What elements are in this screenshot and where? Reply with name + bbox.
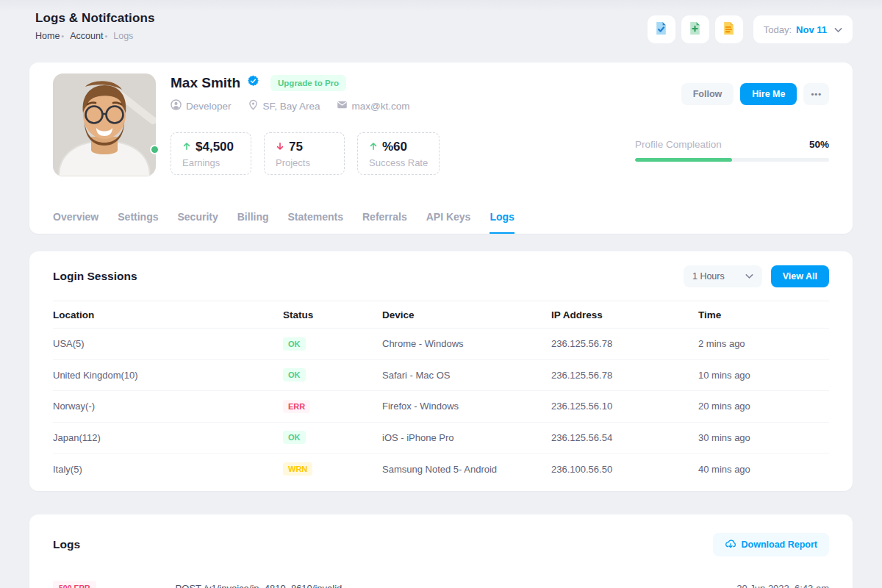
stat-label: Success Rate (369, 157, 428, 168)
avatar (53, 74, 156, 176)
file-lines-button[interactable] (715, 15, 743, 43)
tab-statements[interactable]: Statements (288, 211, 343, 234)
session-row: Norway(-)ERRFirefox - Windows236.125.56.… (53, 391, 829, 423)
file-plus-button[interactable] (681, 15, 709, 43)
file-check-button[interactable] (648, 15, 675, 43)
session-location: Norway(-) (53, 401, 283, 412)
mail-icon (337, 99, 348, 112)
session-ip: 236.125.56.10 (551, 401, 698, 412)
tab-referrals[interactable]: Referrals (362, 211, 407, 234)
file-lines-icon (721, 21, 736, 38)
tab-logs[interactable]: Logs (490, 211, 514, 234)
cloud-download-icon (725, 538, 736, 552)
status-badge: OK (283, 337, 306, 351)
session-status-cell: OK (283, 368, 382, 381)
session-ip: 236.125.56.54 (551, 432, 698, 443)
breadcrumb-item-account[interactable]: Account (70, 31, 103, 41)
profile-role: Developer (171, 99, 232, 112)
breadcrumb-item-logs[interactable]: Logs (113, 31, 133, 41)
chevron-down-icon (831, 23, 842, 36)
session-status-cell: WRN (283, 462, 382, 476)
session-row: Italy(5)WRNSamsung Noted 5- Android236.1… (53, 453, 829, 485)
session-device: Samsung Noted 5- Android (382, 464, 551, 475)
tab-security[interactable]: Security (178, 211, 218, 234)
breadcrumb-separator: • (104, 32, 107, 40)
stat-value: 75 (289, 140, 303, 154)
profile-role-label: Developer (186, 101, 232, 112)
session-status-cell: OK (283, 431, 382, 444)
session-device: iOS - iPhone Pro (382, 432, 551, 443)
session-time: 30 mins ago (698, 432, 829, 443)
location-pin-icon (248, 99, 259, 112)
session-row: USA(5)OKChrome - Windows236.125.56.782 m… (53, 329, 829, 360)
column-header-time: Time (698, 309, 829, 320)
trend-up-icon (182, 140, 191, 154)
avatar-photo (53, 74, 156, 176)
breadcrumb-item-home[interactable]: Home (35, 31, 60, 41)
session-ip: 236.100.56.50 (551, 464, 698, 475)
view-all-button[interactable]: View All (771, 265, 829, 287)
session-ip: 236.125.56.78 (551, 370, 698, 381)
column-header-device: Device (382, 309, 551, 320)
completion-percent: 50% (809, 139, 829, 150)
stat-box: 75Projects (264, 132, 345, 175)
download-report-label: Download Report (742, 539, 817, 550)
tab-settings[interactable]: Settings (118, 211, 158, 234)
sessions-filter-select[interactable]: 1 Hours (684, 265, 762, 287)
file-check-icon (653, 21, 669, 38)
logs-list: 500 ERRPOST /v1/invoice/in_4819_8610/inv… (53, 581, 829, 588)
session-row: Japan(112)OKiOS - iPhone Pro236.125.56.5… (53, 423, 829, 454)
trend-up-icon (369, 140, 378, 154)
session-location: USA(5) (53, 338, 283, 349)
session-status-cell: ERR (283, 400, 382, 413)
session-time: 10 mins ago (698, 370, 829, 381)
profile-email-label: max@kt.com (352, 101, 410, 112)
column-header-ip: IP Address (551, 309, 698, 320)
session-time: 2 mins ago (698, 338, 829, 349)
profile-completion: Profile Compleation 50% (635, 139, 829, 162)
stat-box: %60Success Rate (357, 132, 440, 175)
session-time: 40 mins ago (698, 464, 829, 475)
completion-progress-fill (635, 158, 732, 162)
download-report-button[interactable]: Download Report (713, 533, 829, 556)
stat-label: Earnings (182, 157, 240, 168)
session-row: United Kingdom(10)OKSafari - Mac OS236.1… (53, 360, 829, 392)
person-icon (171, 99, 182, 112)
topbar: Logs & Notifcations Home•Account•Logs To… (0, 0, 882, 62)
file-plus-icon (687, 21, 703, 38)
session-location: Japan(112) (53, 432, 283, 443)
tabs: OverviewSettingsSecurityBillingStatement… (53, 211, 514, 234)
session-ip: 236.125.56.78 (551, 338, 698, 349)
profile-stats: $4,500Earnings75Projects%60Success Rate (171, 132, 440, 175)
more-options-button[interactable]: ••• (803, 83, 829, 105)
date-selector[interactable]: Today: Nov 11 (753, 15, 853, 43)
tab-api-keys[interactable]: API Keys (426, 211, 471, 234)
session-location: United Kingdom(10) (53, 370, 283, 381)
chevron-down-icon (745, 271, 753, 282)
column-header-location: Location (53, 309, 283, 320)
status-badge: WRN (283, 462, 312, 476)
tab-overview[interactable]: Overview (53, 211, 98, 234)
page-title: Logs & Notifcations (35, 11, 154, 26)
sessions-title: Login Sessions (53, 270, 137, 283)
sessions-table-header: Location Status Device IP Address Time (53, 301, 829, 329)
sessions-filter-value: 1 Hours (692, 271, 725, 282)
follow-button[interactable]: Follow (681, 83, 734, 105)
date-label: Today: (764, 24, 792, 35)
log-date: 20 Jun 2022, 6:43 am (736, 583, 829, 588)
stat-label: Projects (276, 157, 333, 168)
session-location: Italy(5) (53, 464, 283, 475)
date-value: Nov 11 (796, 24, 827, 35)
hire-me-button[interactable]: Hire Me (740, 83, 797, 105)
breadcrumb-separator: • (61, 32, 64, 40)
stat-value: %60 (382, 140, 407, 154)
column-header-status: Status (283, 309, 382, 320)
logs-title: Logs (53, 538, 80, 551)
tab-billing[interactable]: Billing (237, 211, 269, 234)
profile-email: max@kt.com (337, 99, 410, 112)
stat-box: $4,500Earnings (171, 132, 251, 175)
sessions-table-body: USA(5)OKChrome - Windows236.125.56.782 m… (53, 329, 829, 485)
profile-location: SF, Bay Area (248, 99, 320, 112)
profile-name: Max Smith (171, 75, 240, 91)
upgrade-to-pro-badge[interactable]: Upgrade to Pro (270, 75, 346, 91)
